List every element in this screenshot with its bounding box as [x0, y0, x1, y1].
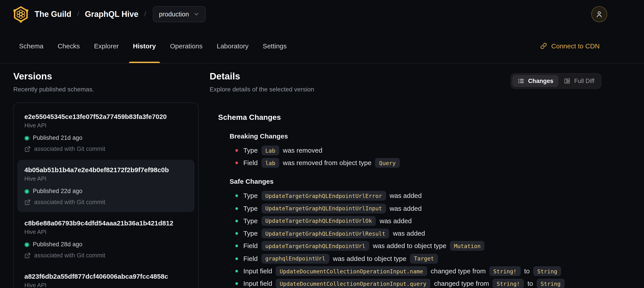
schema-coordinate-chip: UpdateTargetGraphQLEndpointUrlError — [261, 191, 386, 201]
version-published-label: Published 28d ago — [33, 240, 82, 248]
target-selector-dropdown[interactable]: production — [153, 6, 206, 22]
schema-coordinate-chip: lab — [261, 158, 279, 168]
tab-label: Explorer — [94, 42, 119, 50]
change-text: Input field — [243, 279, 272, 288]
git-commit-link[interactable]: associated with Git commit — [24, 145, 188, 153]
breadcrumb-separator: / — [77, 10, 79, 18]
schema-change-item: TypeUpdateTargetGraphQLEndpointUrlInputw… — [235, 203, 644, 213]
schema-change-item: FieldgraphqlEndpointUrlwas added to obje… — [235, 254, 644, 263]
details-panel: Details Explore details of the selected … — [198, 71, 644, 288]
versions-subtitle: Recently published schemas. — [13, 85, 198, 94]
connect-to-cdn-button[interactable]: Connect to CDN — [540, 29, 600, 63]
main-content: Versions Recently published schemas. e2e… — [0, 64, 644, 288]
version-hash: a823f6db2a55df877dcf406006abca97fcc4858c — [24, 272, 188, 280]
schema-coordinate-chip: Query — [375, 158, 400, 168]
safe-change-bullet — [235, 195, 238, 197]
change-text: Type — [243, 146, 258, 155]
schema-coordinate-chip: UpdateDocumentCollectionOperationInput.q… — [276, 279, 430, 288]
guild-hive-logo-icon — [13, 6, 28, 23]
breaking-change-bullet — [235, 162, 238, 164]
changes-view-button[interactable]: Changes — [512, 75, 559, 87]
active-tab-underline — [129, 62, 160, 63]
schema-change-item: TypeLabwas removed — [235, 146, 644, 155]
schema-coordinate-chip: Lab — [261, 146, 279, 155]
breaking-change-bullet — [235, 149, 238, 152]
schema-change-item: TypeUpdateTargetGraphQLEndpointUrlOkwas … — [235, 216, 644, 226]
safe-change-bullet — [235, 270, 238, 272]
user-menu-button[interactable] — [591, 6, 607, 22]
schema-coordinate-chip: UpdateTargetGraphQLEndpointUrlInput — [261, 203, 386, 213]
home-logo-link[interactable] — [13, 6, 28, 23]
breadcrumb-project[interactable]: GraphQL Hive — [85, 10, 138, 19]
tab-label: Operations — [170, 42, 202, 50]
app-header: The Guild / GraphQL Hive / production — [0, 0, 644, 29]
version-card[interactable]: a823f6db2a55df877dcf406006abca97fcc4858c… — [17, 266, 194, 288]
breaking-changes-list: TypeLabwas removedFieldlabwas removed fr… — [230, 146, 644, 168]
version-card[interactable]: c8b6e88a06793b9c4dfd54aaa21b36a1b421d812… — [17, 213, 194, 265]
safe-changes-list: TypeUpdateTargetGraphQLEndpointUrlErrorw… — [230, 191, 644, 288]
version-status: Published 22d ago — [24, 187, 188, 195]
schema-coordinate-chip: String — [533, 266, 561, 276]
external-link-icon — [24, 252, 30, 259]
schema-coordinate-chip: Mutation — [450, 241, 485, 251]
details-subtitle: Explore details of the selected version — [210, 85, 314, 94]
version-service: Hive API — [24, 122, 188, 129]
breaking-changes-section: Breaking Changes TypeLabwas removedField… — [230, 132, 644, 168]
version-card[interactable]: e2e55045345ce13fe07f52a77459b83fa3fe7020… — [17, 107, 194, 159]
columns-icon — [564, 78, 571, 84]
schema-coordinate-chip: graphqlEndpointUrl — [261, 254, 329, 263]
safe-change-bullet — [235, 282, 238, 285]
versions-panel: Versions Recently published schemas. e2e… — [13, 71, 198, 288]
tab-label: Schema — [19, 42, 44, 50]
full-diff-view-button[interactable]: Full Diff — [559, 75, 600, 87]
change-text: Type — [243, 203, 258, 213]
published-status-dot — [24, 136, 29, 140]
version-published-label: Published 22d ago — [33, 187, 82, 195]
schema-change-item: TypeUpdateTargetGraphQLEndpointUrlResult… — [235, 228, 644, 238]
tab-label: Checks — [58, 42, 80, 50]
version-hash: e2e55045345ce13fe07f52a77459b83fa3fe7020 — [24, 112, 188, 121]
change-text: to — [524, 266, 530, 276]
schema-change-item: Fieldlabwas removed from object typeQuer… — [235, 158, 644, 168]
safe-change-bullet — [235, 257, 238, 260]
tab-checks[interactable]: Checks — [52, 29, 86, 63]
version-service: Hive API — [24, 281, 188, 288]
breadcrumb-separator: / — [144, 10, 146, 18]
change-text: was added — [390, 203, 422, 213]
schema-coordinate-chip: updateTargetGraphQLEndpointUrl — [261, 241, 370, 251]
schema-change-item: Input fieldUpdateDocumentCollectionOpera… — [235, 266, 644, 276]
version-card[interactable]: 4b05ab51b1b4a7e2e4b0ef82172f2b9f7ef98c0b… — [17, 160, 194, 212]
schema-change-item: FieldupdateTargetGraphQLEndpointUrlwas a… — [235, 241, 644, 251]
safe-changes-title: Safe Changes — [230, 177, 644, 186]
tab-schema[interactable]: Schema — [13, 29, 49, 63]
user-icon — [595, 10, 603, 18]
safe-changes-section: Safe Changes TypeUpdateTargetGraphQLEndp… — [230, 177, 644, 288]
tab-explorer[interactable]: Explorer — [88, 29, 124, 63]
tab-settings[interactable]: Settings — [257, 29, 292, 63]
list-icon — [518, 78, 524, 84]
details-header: Details Explore details of the selected … — [210, 71, 644, 94]
version-published-label: Published 21d ago — [33, 134, 82, 142]
breaking-changes-title: Breaking Changes — [230, 132, 644, 141]
full-diff-view-label: Full Diff — [574, 78, 594, 84]
external-link-icon — [24, 199, 30, 205]
schema-changes-title: Schema Changes — [218, 113, 644, 122]
git-commit-link[interactable]: associated with Git commit — [24, 252, 188, 259]
details-title: Details — [210, 71, 314, 82]
app-window: The Guild / GraphQL Hive / production Sc… — [0, 0, 644, 288]
breadcrumb-org[interactable]: The Guild — [34, 10, 71, 19]
target-selector-value: production — [159, 11, 189, 18]
schema-coordinate-chip: String! — [489, 266, 520, 276]
diff-view-toggle: Changes Full Diff — [511, 73, 602, 89]
tab-laboratory[interactable]: Laboratory — [211, 29, 254, 63]
tab-history[interactable]: History — [127, 29, 162, 63]
tab-operations[interactable]: Operations — [164, 29, 208, 63]
git-commit-link[interactable]: associated with Git commit — [24, 198, 188, 206]
change-text: to — [528, 279, 533, 288]
change-text: was removed from object type — [283, 158, 372, 168]
change-text: was added to object type — [373, 241, 446, 251]
schema-coordinate-chip: UpdateDocumentCollectionOperationInput.n… — [276, 266, 427, 276]
change-text: changed type from — [434, 279, 489, 288]
breadcrumb: The Guild / GraphQL Hive / production — [34, 6, 206, 22]
change-text: Type — [243, 191, 258, 201]
